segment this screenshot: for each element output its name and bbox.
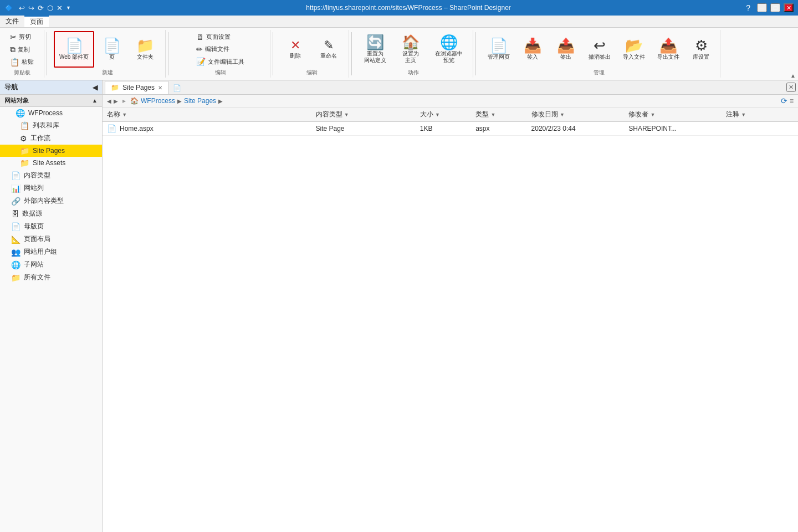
nav-item-site-groups[interactable]: 👥 网站用户组 (0, 245, 102, 258)
col-modified-date[interactable]: 修改日期 ▼ (527, 108, 625, 122)
tab-site-pages[interactable]: 📁 Site Pages ✕ (105, 81, 168, 94)
btn-preview-browser[interactable]: 🌐 在浏览器中预览 (429, 31, 468, 68)
bc-wfprocess[interactable]: WFProcess (141, 97, 175, 105)
bc-settings-btn[interactable]: ≡ (790, 97, 794, 105)
bc-back-btn[interactable]: ◀ (107, 98, 111, 104)
nav-item-wfprocess[interactable]: 🌐 WFProcess (0, 107, 102, 119)
btn-checkout[interactable]: 📤 签出 (550, 31, 581, 68)
btn-paste[interactable]: 📋 粘贴 (6, 57, 38, 68)
edit-col: 🖥 页面设置 ✏ 编辑文件 📝 文件编辑工具 (192, 31, 248, 68)
qat-browse[interactable]: ⬡ (46, 3, 54, 13)
btn-import-file[interactable]: 📂 导入文件 (618, 31, 650, 68)
file-icon: 📄 (107, 124, 116, 133)
btn-copy[interactable]: ⧉ 复制 (6, 44, 38, 55)
qat-customize[interactable]: ▼ (65, 4, 72, 12)
ops-group-label: 编辑 (306, 69, 318, 76)
all-files-label: 所有文件 (24, 273, 50, 282)
ribbon-area: ✂ 剪切 ⧉ 复制 📋 粘贴 剪贴板 (0, 28, 798, 80)
folder-label: 文件夹 (137, 54, 154, 60)
menu-page[interactable]: 页面 (24, 16, 49, 27)
table-row[interactable]: 📄 Home.aspx Site Page 1KB aspx 2020/2/23… (103, 122, 798, 136)
nav-section-expand[interactable]: ▲ (92, 98, 98, 104)
btn-library-settings[interactable]: ⚙ 库设置 (687, 31, 715, 68)
nav-item-site-assets[interactable]: 📁 Site Assets (0, 157, 102, 169)
btn-undo-checkout[interactable]: ↩ 撤消签出 (584, 31, 616, 68)
site-columns-label: 网站列 (24, 183, 44, 193)
btn-page[interactable]: 📄 页 (96, 31, 127, 68)
nav-item-site-columns[interactable]: 📊 网站列 (0, 182, 102, 195)
btn-manage-web[interactable]: 📄 管理网页 (483, 31, 515, 68)
nav-section-label: 网站对象 (4, 96, 29, 105)
menu-file[interactable]: 文件 (0, 16, 24, 27)
btn-folder[interactable]: 📁 文件夹 (130, 31, 161, 68)
external-content-icon: 🔗 (11, 197, 21, 206)
file-edit-tools-label: 文件编辑工具 (208, 58, 244, 66)
library-settings-label: 库设置 (693, 54, 709, 60)
title-bar: 🔷 ↩ ↪ ⟳ ⬡ ✕ ▼ https://linyus.sharepoint.… (0, 0, 798, 16)
title-bar-left: 🔷 ↩ ↪ ⟳ ⬡ ✕ ▼ (4, 3, 74, 13)
btn-file-edit-tools[interactable]: 📝 文件编辑工具 (192, 56, 248, 67)
btn-edit-file[interactable]: ✏ 编辑文件 (192, 44, 248, 55)
btn-page-settings[interactable]: 🖥 页面设置 (192, 32, 248, 43)
cell-modified-by: SHAREPOINT... (624, 122, 722, 136)
qat-refresh[interactable]: ⟳ (37, 3, 45, 13)
btn-delete[interactable]: ✕ 删除 (280, 31, 311, 68)
delete-icon: ✕ (290, 39, 300, 52)
col-type[interactable]: 类型 ▼ (471, 108, 526, 122)
rename-label: 重命名 (320, 53, 337, 59)
cell-comment (722, 122, 798, 136)
btn-export-file[interactable]: 📤 导出文件 (652, 31, 684, 68)
qat-stop[interactable]: ✕ (55, 3, 64, 13)
nav-item-workflow[interactable]: ⚙ 工作流 (0, 132, 102, 145)
col-name[interactable]: 名称 ▼ (103, 108, 311, 122)
nav-item-data-sources[interactable]: 🗄 数据源 (0, 207, 102, 220)
tab-new-btn[interactable]: 📄 (168, 81, 186, 94)
homepage-label: 设置为主页 (402, 50, 419, 64)
bc-forward-btn[interactable]: ▶ (114, 98, 118, 104)
bc-home-icon: 🏠 (130, 97, 139, 105)
web-part-page-icon: 📄 (65, 38, 83, 53)
col-modified-by[interactable]: 修改者 ▼ (624, 108, 722, 122)
nav-item-all-files[interactable]: 📁 所有文件 (0, 271, 102, 284)
paste-label: 粘贴 (22, 58, 34, 66)
nav-item-subsites[interactable]: 🌐 子网站 (0, 258, 102, 271)
btn-reset-site-def[interactable]: 🔄 重置为网站定义 (359, 31, 392, 68)
nav-pane: 导航 ◀ 网站对象 ▲ 🌐 WFProcess 📋 列表和库 ⚙ 工作流 📁 S… (0, 80, 103, 532)
nav-collapse-icon[interactable]: ◀ (93, 84, 98, 91)
restore-button[interactable]: □ (770, 3, 780, 12)
col-comment[interactable]: 注释 ▼ (722, 108, 798, 122)
tab-close-all[interactable]: ✕ (786, 83, 796, 92)
nav-item-page-layouts[interactable]: 📐 页面布局 (0, 233, 102, 245)
ribbon-group-clipboard: ✂ 剪切 ⧉ 复制 📋 粘贴 剪贴板 (0, 30, 44, 78)
btn-rename[interactable]: ✎ 重命名 (313, 31, 344, 68)
divider-5 (475, 32, 476, 75)
manage-buttons: 📄 管理网页 📥 签入 📤 签出 ↩ 撤消签出 📂 导入文件 (483, 31, 715, 68)
bc-refresh-btn[interactable]: ⟳ (781, 96, 787, 105)
clipboard-col: ✂ 剪切 ⧉ 复制 📋 粘贴 (6, 31, 38, 68)
col-content-type[interactable]: 内容类型 ▼ (311, 108, 416, 122)
window-title: https://linyus.sharepoint.com/sites/WFPr… (74, 4, 743, 12)
nav-item-master-pages[interactable]: 📄 母版页 (0, 220, 102, 233)
bc-site-pages[interactable]: Site Pages (184, 97, 216, 105)
nav-item-external-content[interactable]: 🔗 外部内容类型 (0, 195, 102, 207)
nav-item-content-types[interactable]: 📄 内容类型 (0, 169, 102, 182)
tab-close-btn[interactable]: ✕ (158, 85, 162, 91)
ribbon-collapse-btn[interactable]: ▲ (790, 73, 796, 79)
btn-set-homepage[interactable]: 🏠 设置为主页 (394, 31, 427, 68)
help-button[interactable]: ? (743, 3, 754, 12)
nav-item-lists[interactable]: 📋 列表和库 (0, 119, 102, 132)
col-size[interactable]: 大小 ▼ (416, 108, 471, 122)
btn-checkin[interactable]: 📥 签入 (517, 31, 548, 68)
qat-redo[interactable]: ↪ (27, 3, 35, 13)
qat-undo[interactable]: ↩ (18, 3, 26, 13)
minimize-button[interactable]: ─ (757, 3, 767, 12)
btn-web-part-page[interactable]: 📄 Web 部件页 (54, 31, 94, 68)
checkout-icon: 📤 (557, 38, 575, 53)
data-sources-label: 数据源 (22, 209, 42, 218)
btn-cut[interactable]: ✂ 剪切 (6, 32, 38, 43)
close-button[interactable]: ✕ (784, 3, 794, 12)
ribbon-spacer (720, 30, 798, 78)
tab-site-pages-label: Site Pages (122, 84, 155, 91)
checkin-label: 签入 (527, 54, 538, 60)
nav-item-site-pages[interactable]: 📁 Site Pages (0, 145, 102, 157)
